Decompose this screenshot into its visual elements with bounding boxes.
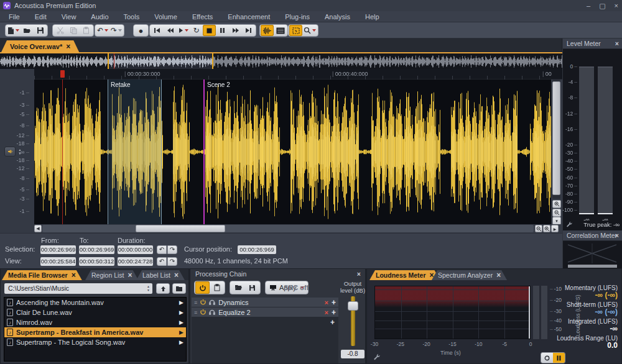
new-file-dropdown-icon[interactable]: [16, 29, 19, 32]
redo-button[interactable]: ↷: [109, 25, 123, 36]
tab-close-icon[interactable]: ×: [174, 271, 179, 280]
correlation-meter-close-icon[interactable]: ×: [615, 230, 619, 241]
vertical-scrollbar-thumb[interactable]: [552, 81, 560, 195]
selection-duration-field[interactable]: 00:00:00:000: [118, 245, 153, 254]
effect-listen-icon[interactable]: [209, 309, 215, 316]
zoom-in-horizontal-button[interactable]: [543, 225, 550, 232]
menu-item[interactable]: File: [1, 11, 27, 22]
undo-dropdown-icon[interactable]: [104, 29, 108, 32]
selection-undo-button[interactable]: ↶: [157, 245, 167, 254]
zoom-in-vertical-button[interactable]: [552, 200, 561, 208]
effect-power-icon[interactable]: [200, 309, 206, 316]
chain-load-button[interactable]: [231, 281, 245, 294]
menu-item[interactable]: Enhancement: [220, 11, 277, 22]
tab-spectrum-analyzer[interactable]: Spectrum Analyzer×: [432, 270, 507, 280]
selection-redo-button[interactable]: ↷: [167, 245, 177, 254]
close-button[interactable]: ×: [615, 0, 618, 11]
horizontal-scrollbar-thumb[interactable]: [136, 225, 225, 232]
loop-button[interactable]: ↻: [190, 25, 203, 36]
output-level-value[interactable]: -0.8: [341, 350, 364, 358]
file-row[interactable]: ♪ Ascending the Mountain.wav ▶: [4, 298, 186, 307]
tab-loudness-meter[interactable]: Loudness Meter×: [369, 270, 440, 280]
file-row[interactable]: ♪ Supertramp - The Logical Song.wav ▶: [4, 337, 186, 347]
effect-power-icon[interactable]: [200, 299, 206, 306]
cursor-position-field[interactable]: 00:00:26:969: [238, 245, 276, 254]
overview-view-region[interactable]: [108, 53, 213, 69]
tab-label-list[interactable]: Label List×: [136, 270, 185, 280]
chain-save-button[interactable]: [245, 281, 259, 294]
tab-close-icon[interactable]: ×: [128, 271, 132, 280]
view-from-field[interactable]: 00:00:25:584: [40, 257, 76, 266]
menu-item[interactable]: Analysis: [317, 11, 358, 22]
paste-button[interactable]: [80, 25, 93, 36]
copy-button[interactable]: [67, 25, 80, 36]
drag-handle-icon[interactable]: ≡: [194, 309, 197, 316]
tab-close-icon[interactable]: ×: [72, 271, 76, 280]
add-effect-icon[interactable]: +: [332, 308, 336, 317]
preview-play-button[interactable]: ▶: [179, 329, 183, 335]
view-undo-button[interactable]: ↶: [157, 257, 167, 266]
overview-waveform[interactable]: [0, 52, 562, 69]
rewind-button[interactable]: [164, 25, 177, 36]
add-effect-icon[interactable]: +: [332, 298, 336, 307]
marker-scene2-line[interactable]: [203, 80, 205, 224]
file-row[interactable]: ♪ Nimrod.wav ▶: [4, 317, 186, 327]
vertical-scrollbar[interactable]: [552, 80, 560, 199]
preview-play-button[interactable]: ▶: [179, 299, 183, 306]
stop-button[interactable]: [203, 25, 216, 36]
processing-chain-close-icon[interactable]: ×: [357, 269, 361, 279]
menu-item[interactable]: Audio: [83, 11, 116, 22]
go-to-start-button[interactable]: [151, 25, 164, 36]
waveform-view-button[interactable]: [261, 25, 274, 36]
menu-item[interactable]: Plug-ins: [277, 11, 317, 22]
chain-effect-row[interactable]: ≡ Dynamics × +: [192, 298, 338, 307]
save-button[interactable]: [34, 25, 47, 36]
parent-folder-button[interactable]: [156, 283, 170, 294]
loudness-pause-button[interactable]: [553, 353, 565, 363]
tab-close-icon[interactable]: ×: [66, 42, 70, 51]
chain-clipboard-button[interactable]: [210, 281, 224, 294]
selection-to-field[interactable]: 00:00:26:969: [79, 245, 114, 254]
tab-region-list[interactable]: Region List×: [85, 270, 139, 280]
folder-path-select[interactable]: C:\Users\Stian\Music ▲▼: [4, 283, 152, 294]
time-ruler[interactable]: 00:00:30:000 00:00:40:000 00: [0, 69, 562, 80]
file-row[interactable]: ♪ Supertramp - Breakfast in America.wav …: [4, 327, 186, 337]
browse-folder-button[interactable]: [172, 283, 186, 294]
menu-item[interactable]: Edit: [27, 11, 54, 22]
scroll-left-button[interactable]: ◀: [34, 225, 42, 232]
cursor-marker-handle[interactable]: [60, 70, 65, 78]
zoom-out-horizontal-button[interactable]: [535, 225, 542, 232]
horizontal-scrollbar[interactable]: [42, 225, 534, 232]
tab-media-file-browser[interactable]: Media File Browser×: [2, 270, 82, 280]
region-retake[interactable]: Retake: [108, 80, 162, 224]
file-row[interactable]: ♪ Clair De Lune.wav ▶: [4, 307, 186, 317]
maximize-button[interactable]: ▢: [599, 0, 605, 11]
spectral-view-button[interactable]: [274, 25, 287, 36]
zoom-out-vertical-button[interactable]: [552, 209, 561, 217]
add-effect-icon[interactable]: +: [330, 318, 335, 327]
preview-play-button[interactable]: ▶: [179, 309, 183, 316]
selection-tool-button[interactable]: [289, 25, 302, 36]
channel-spinner[interactable]: ▲▼: [17, 147, 22, 157]
preview-play-button[interactable]: ▶: [179, 319, 183, 325]
loudness-reset-button[interactable]: [541, 353, 553, 363]
play-dropdown-icon[interactable]: [185, 29, 188, 32]
go-to-end-button[interactable]: [242, 25, 255, 36]
menu-item[interactable]: Tools: [116, 11, 147, 22]
pause-button[interactable]: [216, 25, 229, 36]
drag-handle-icon[interactable]: ≡: [194, 299, 197, 306]
new-file-button[interactable]: [6, 25, 21, 36]
selection-from-field[interactable]: 00:00:26:969: [40, 245, 76, 254]
follow-playback-button[interactable]: ▶: [551, 225, 559, 232]
channel-volume-button[interactable]: [4, 147, 16, 157]
zoom-tool-button[interactable]: [302, 25, 317, 36]
undo-button[interactable]: ↶: [96, 25, 109, 36]
menu-item[interactable]: Volume: [147, 11, 185, 22]
preview-play-button[interactable]: ▶: [179, 339, 183, 345]
minimize-button[interactable]: –: [587, 0, 590, 11]
fast-forward-button[interactable]: [229, 25, 242, 36]
menu-item[interactable]: View: [54, 11, 84, 22]
level-meter-close-icon[interactable]: ×: [615, 39, 619, 49]
record-button[interactable]: ●: [134, 25, 147, 36]
output-level-slider-thumb[interactable]: [348, 301, 358, 311]
